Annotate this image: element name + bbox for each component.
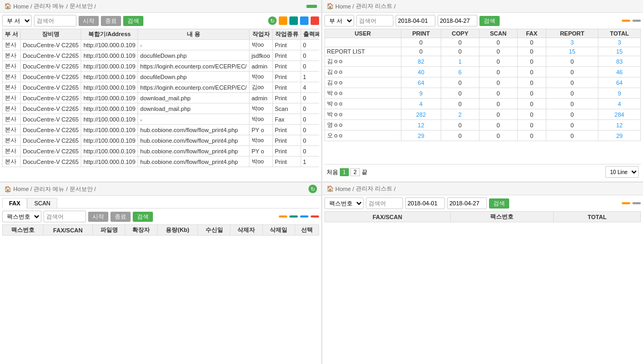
- panel-header-output: 🏠 Home / 관리자 메뉴 / 문서보안 /: [0, 0, 321, 13]
- table-row: 박 o o2822000284: [324, 109, 641, 120]
- col-fax-scan-type: FAX/SCAN: [324, 212, 450, 222]
- col-copy: COPY: [441, 29, 479, 38]
- table-row: 박 o o400004: [324, 99, 641, 109]
- fax-number-select-stats[interactable]: 팩스번호: [324, 197, 364, 209]
- breadcrumb-home-3: Home: [13, 186, 29, 192]
- panel-user-stats: 🏠 Home / 관리자 리스트 / 부 서 검색: [322, 0, 644, 181]
- dept-select-output[interactable]: 부 서: [2, 15, 32, 27]
- page-1-btn[interactable]: 1: [340, 168, 349, 176]
- panel-content-fax-stats: 팩스번호 검색 FAX/SCAN 팩스번호 TOTAL: [322, 195, 644, 364]
- delete-button-output[interactable]: [311, 16, 319, 25]
- excel-download-button-user-stats[interactable]: [622, 20, 630, 22]
- panel-header-user-stats: 🏠 Home / 관리자 리스트 /: [322, 0, 644, 13]
- close-button-fax-stats[interactable]: [632, 202, 641, 204]
- col-device: 장비명: [21, 29, 81, 40]
- breadcrumb-admin-list: 관리자 리스트: [356, 2, 392, 10]
- col-address: 복합기/Address: [81, 29, 138, 40]
- excel-download-button-fax-stats[interactable]: [622, 202, 630, 204]
- search-button-user-stats[interactable]: 검색: [479, 16, 500, 26]
- panel-content-user-stats: 부 서 검색 USER PRINT COPY SCAN FAX: [322, 13, 644, 181]
- select-all-button-output[interactable]: [300, 16, 308, 25]
- breadcrumb-home: Home: [13, 3, 29, 10]
- col-content: 내 용: [138, 29, 250, 40]
- tab-fax[interactable]: FAX: [2, 198, 27, 209]
- table-row: 박 o o900009: [324, 88, 641, 99]
- panel-output-security: 🏠 Home / 관리자 메뉴 / 문서보안 / 부 서 시작 종료 검색 ↻: [0, 0, 321, 181]
- date-to-fax-stats[interactable]: [447, 197, 487, 209]
- table-row: 000033: [324, 38, 641, 47]
- col-select-fax: 선택: [295, 225, 319, 236]
- table-row: REPORT LIST00001515: [324, 47, 641, 56]
- breadcrumb-home-4: Home: [336, 186, 351, 192]
- table-row: 본사DocuCentre-V C2265http://100.000.0.109…: [3, 103, 319, 114]
- col-scan: SCAN: [479, 29, 517, 38]
- breadcrumb-admin-list-2: 관리자 리스트: [356, 185, 392, 193]
- user-stats-table: USER PRINT COPY SCAN FAX REPORT TOTAL 00…: [324, 29, 641, 141]
- table-row: 본사DocuCentre-V C2265http://100.000.0.109…: [3, 125, 319, 135]
- toolbar-output: 부 서 시작 종료 검색 ↻: [2, 15, 319, 27]
- fax-number-select[interactable]: 팩스번호: [2, 211, 41, 222]
- col-worker: 작업자: [249, 29, 272, 40]
- date-to-user-stats[interactable]: [438, 15, 477, 27]
- tab-bar-fax-scan: FAX SCAN: [2, 198, 319, 209]
- table-row: 본사DocuCentre-V C2265http://100.000.0.109…: [3, 40, 319, 50]
- panel-header-fax-stats: 🏠 Home / 관리자 리스트 /: [322, 183, 644, 195]
- start-button-output[interactable]: 시작: [79, 16, 99, 26]
- fax-scan-table: 팩스번호 FAX/SCAN 파일명 확장자 용량(Kb) 수신일 삭제자 삭제일…: [2, 224, 319, 236]
- home-icon-4: 🏠: [327, 185, 334, 192]
- panel-content-fax-scan: FAX SCAN 팩스번호 시작 종료 검색 팩스번호 FAX/SCAN: [0, 196, 321, 364]
- breadcrumb-fax-scan: 🏠 Home / 관리자 메뉴 / 문서보안 /: [4, 185, 98, 193]
- stats-list-button-fax[interactable]: [289, 215, 298, 218]
- end-button-output[interactable]: 종료: [101, 16, 121, 26]
- table-row: 본사DocuCentre-V C2265http://100.000.0.109…: [3, 135, 319, 146]
- col-fax: FAX: [517, 29, 546, 38]
- delete-button-fax[interactable]: [311, 215, 319, 218]
- breadcrumb-docsec: 문서보안: [70, 185, 93, 193]
- output-table: 부 서 장비명 복합기/Address 내 용 작업자 작업종류 출력페이지수 …: [2, 29, 319, 167]
- date-from-user-stats[interactable]: [396, 15, 435, 27]
- table-container-fax-stats: FAX/SCAN 팩스번호 TOTAL: [324, 211, 641, 362]
- table-container-user-stats: USER PRINT COPY SCAN FAX REPORT TOTAL 00…: [324, 29, 641, 164]
- setting-register-button[interactable]: [306, 5, 317, 8]
- table-row: 김 o o82100083: [324, 56, 641, 67]
- search-button-fax[interactable]: 검색: [133, 212, 153, 222]
- breadcrumb-admin-3: 관리자 메뉴: [33, 185, 64, 193]
- panel-fax-scan-security: 🏠 Home / 관리자 메뉴 / 문서보안 / ↻ FAX SCAN 팩스번호…: [0, 183, 321, 364]
- start-button-fax[interactable]: 시작: [88, 212, 108, 222]
- stats-list-button-output[interactable]: [289, 16, 298, 25]
- table-row: 본사DocuCentre-V C2265http://100.000.0.109…: [3, 93, 319, 103]
- col-fax-type: FAX/SCAN: [43, 225, 92, 236]
- search-button-fax-stats[interactable]: 검색: [489, 198, 509, 209]
- page-2-btn[interactable]: 2: [350, 168, 360, 176]
- col-total: TOTAL: [598, 29, 641, 38]
- table-row: 본사DocuCentre-V C2265http://100.000.0.109…: [3, 114, 319, 125]
- col-filename: 파일명: [93, 225, 125, 236]
- line-select[interactable]: 10 Line 20 Line 50 Line: [605, 166, 639, 178]
- search-button-output[interactable]: 검색: [123, 16, 143, 26]
- excel-download-button-output[interactable]: [279, 16, 287, 25]
- refresh-icon-fax-scan[interactable]: ↻: [308, 185, 317, 193]
- refresh-icon-output[interactable]: ↻: [268, 16, 277, 25]
- table-row: 김 o o40600046: [324, 67, 641, 77]
- dept-select-user-stats[interactable]: 부 서: [324, 15, 354, 27]
- breadcrumb-home-2: Home: [336, 3, 351, 10]
- col-deleter: 삭제자: [230, 225, 263, 236]
- tab-scan[interactable]: SCAN: [27, 198, 57, 208]
- home-icon-3: 🏠: [4, 186, 12, 193]
- panel-fax-stats: 🏠 Home / 관리자 리스트 / 팩스번호 검색: [322, 183, 644, 364]
- search-input-output[interactable]: [34, 15, 76, 27]
- excel-download-button-fax[interactable]: [279, 215, 287, 218]
- col-report: REPORT: [546, 29, 598, 38]
- toolbar-user-stats: 부 서 검색: [324, 15, 641, 27]
- search-input-fax-scan[interactable]: [44, 211, 86, 222]
- date-from-fax-stats[interactable]: [405, 197, 445, 209]
- search-input-user-stats[interactable]: [356, 15, 393, 27]
- col-print: PRINT: [401, 29, 441, 38]
- select-all-button-fax[interactable]: [300, 215, 308, 218]
- close-button-user-stats[interactable]: [632, 20, 641, 22]
- col-type: 작업종류: [272, 29, 301, 40]
- fax-stats-table: FAX/SCAN 팩스번호 TOTAL: [324, 211, 641, 222]
- end-button-fax[interactable]: 종료: [110, 212, 131, 222]
- search-input-fax-stats[interactable]: [366, 197, 403, 209]
- table-container-output: 부 서 장비명 복합기/Address 내 용 작업자 작업종류 출력페이지수 …: [2, 29, 319, 179]
